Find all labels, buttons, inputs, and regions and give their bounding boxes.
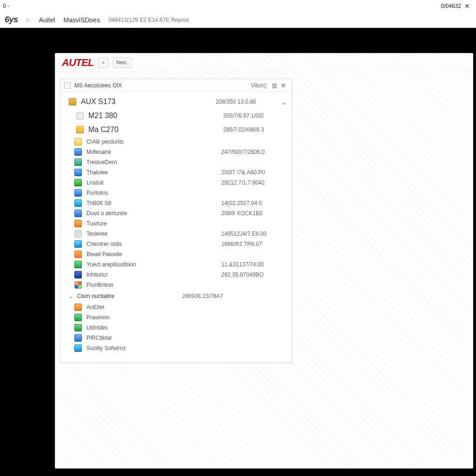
item-label: Mdleoaire [86,149,221,155]
tree-row[interactable]: PiuriBrition [60,280,292,290]
item-icon [76,126,84,133]
item-icon [76,112,84,119]
back-button[interactable]: « [98,58,108,68]
tree-row[interactable]: Lroduit29212 7/1.7:8042 [60,178,292,188]
item-label: Dusit o dertunite [86,210,221,217]
tree-row[interactable]: Thalulee200I7 /7&.A60.P0 [60,167,292,178]
tree-row[interactable]: AnEitet [60,302,292,312]
item-icon [74,304,82,311]
item-value: 282.35.97049BO [221,271,287,278]
item-value: 208i9 X/2CK1B0 [221,210,287,217]
breadcrumb-2[interactable]: MasviSDoes [64,16,100,24]
tree-row[interactable]: Uitlnides [60,323,292,333]
tree-row[interactable]: Yuect arepilsoditiion11.&31137/74.00 [60,259,292,270]
panel-layout-a-button[interactable]: ▯ [260,82,270,89]
item-label: M21 380 [88,112,223,120]
tree-row[interactable]: AUX S173208/350 13.0.80⌄ [60,95,292,109]
item-icon [74,159,82,166]
item-label: ThB06 S8 [86,200,221,206]
item-value: 200I7 /7&.A60.P0 [221,169,287,176]
tree-row[interactable]: Inhituricr282.35.97049BO [60,270,292,280]
item-label: Thalulee [86,169,221,176]
window-titlebar: 0 - 0/04632 ✕ [0,0,476,12]
tree-row[interactable]: TreslueDern [60,157,292,167]
breadcrumb-3: 046413(129 E2 E14.67E Reprox [108,17,189,23]
item-icon [74,199,82,207]
item-label: PIRCtiktar [86,335,221,341]
panel-header: MS Aecolciees OlX Viton ▯ ▥ ✕ [60,79,292,92]
item-icon [74,344,82,352]
tree-row[interactable]: Ma C270285/7.02A98/8 3 [60,123,292,137]
item-icon [74,281,82,289]
tree-row[interactable]: Tesleree149512J4/7.E8.00 [60,229,292,239]
tree-row[interactable]: Tuxrture [60,218,292,229]
item-label: TreslueDern [86,159,221,165]
item-icon [74,220,82,227]
item-label: CrAlk pecilurits [86,139,221,145]
tree-row[interactable]: Checlirer oldls1686/R2 TR6.07 [60,239,292,249]
tree-row[interactable]: M21 380355/7/6.97 1/0/0 [60,109,292,123]
tree-row[interactable]: ThB06 S814(02.2527.04 0 [60,198,292,208]
item-label: Inhituricr [86,271,221,278]
item-value: 1686/R2 TR6.07 [221,241,287,247]
tree-row[interactable]: Mdleoaire247/500/7/2606.0 [60,147,292,157]
item-icon [74,324,82,331]
titlebar-left: 0 - [3,3,9,9]
item-label: PiuriBrition [86,282,221,288]
item-label: Sucilty Sofwirnz [86,345,221,351]
item-label: Ma C270 [88,126,223,134]
item-icon [74,210,82,217]
tree-panel: MS Aecolciees OlX Viton ▯ ▥ ✕ AUX S17320… [60,79,292,363]
breadcrumb-1[interactable]: Auitel [39,16,55,24]
item-icon [74,334,82,342]
item-label: Lroduit [86,179,221,186]
tree-row[interactable]: Puritolns [60,188,292,198]
item-label: Checlirer oldls [86,241,221,247]
item-icon [74,148,82,156]
item-value: 11.&31137/74.00 [221,261,287,268]
item-icon [74,314,82,321]
item-icon [74,230,82,238]
item-label: Prasinirin [86,314,221,321]
tree-row[interactable]: PIRCtiktar [60,333,292,343]
item-label: Uitlnides [86,324,221,331]
tree-row[interactable]: Sucilty Sofwirnz [60,343,292,353]
item-icon [74,251,82,258]
panel-close-button[interactable]: ✕ [279,82,288,89]
item-value: 285/7.02A98/8 3 [223,126,287,133]
panel-title: MS Aecolciees OlX [74,82,122,89]
tree-section[interactable]: Cisrn nuctiatire286938.23/78A7 [60,290,292,302]
item-icon [74,169,82,176]
item-label: AUX S173 [81,98,216,106]
item-icon [74,179,82,186]
breadcrumb-separator-icon: ▷ [26,17,31,23]
tree-row[interactable]: Prasinirin [60,312,292,323]
item-value: 247/500/7/2606.0 [221,149,287,155]
tree-row[interactable]: Bteatl Patoxile [60,249,292,259]
item-label: AnEitet [86,304,221,311]
panel-layout-b-button[interactable]: ▥ [270,82,279,89]
panel-column-label: Viton [251,82,260,89]
item-label: Cisrn nuctiatire [77,293,182,299]
item-label: Bteatl Patoxile [86,251,221,258]
item-icon [74,189,82,197]
item-value: 29212 7/1.7:8042 [221,179,287,186]
tree-row[interactable]: Dusit o dertunite208i9 X/2CK1B0 [60,208,292,218]
item-icon [74,138,82,145]
chevron-down-icon[interactable]: ⌄ [280,98,287,106]
item-value: 355/7/6.97 1/0/0 [223,112,287,119]
item-value: 149512J4/7.E8.00 [221,231,287,237]
titlebar-right: 0/04632 [441,3,461,9]
item-label: Tuxrture [86,220,221,227]
tree-list: AUX S173208/350 13.0.80⌄M21 380355/7/6.9… [60,92,292,363]
item-value: 286938.23/78A7 [182,293,287,299]
app-logo: 6ys [5,15,18,25]
item-value: 208/350 13.0.80 [216,99,280,105]
item-icon [74,261,82,268]
document-icon [64,82,71,89]
tree-row[interactable]: CrAlk pecilurits [60,137,292,147]
item-label: Tesleree [86,231,221,237]
app-window: AUTEL « Neer.. MS Aecolciees OlX Viton ▯… [55,53,473,469]
window-close-button[interactable]: ✕ [461,2,473,10]
next-button[interactable]: Neer.. [113,58,132,68]
